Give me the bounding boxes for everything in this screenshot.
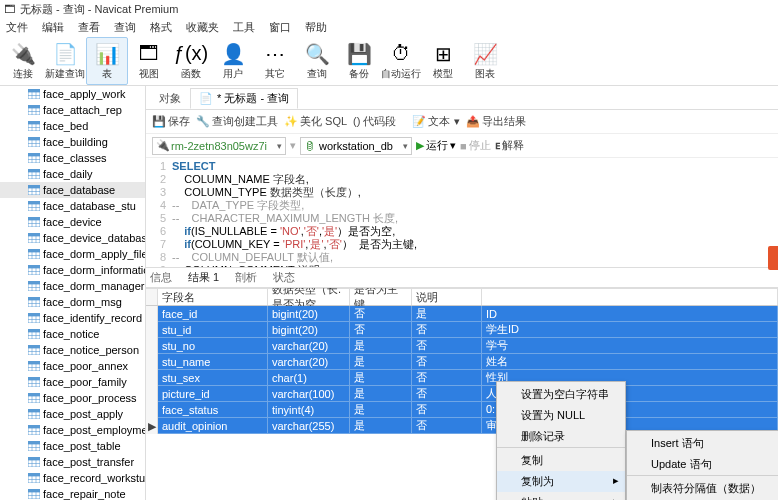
table-row[interactable]: stu_novarchar(20)是否学号: [146, 338, 778, 354]
user-button[interactable]: 👤用户: [212, 37, 254, 85]
table-icon: [28, 121, 40, 131]
table-icon: [28, 153, 40, 163]
ctx-sub-item[interactable]: 制表符分隔值（数据）: [627, 478, 778, 499]
sidebar-item-face_repair_note[interactable]: face_repair_note: [0, 486, 145, 500]
sidebar-item-face_database[interactable]: face_database: [0, 182, 145, 198]
connect-button[interactable]: 🔌连接: [2, 37, 44, 85]
sidebar-item-face_device_database[interactable]: face_device_database: [0, 230, 145, 246]
col-pk[interactable]: 说明: [412, 289, 482, 305]
tab-result1[interactable]: 结果 1: [188, 270, 219, 285]
table-row[interactable]: stu_namevarchar(20)是否姓名: [146, 354, 778, 370]
sidebar-item-face_post_employmen[interactable]: face_post_employmen: [0, 422, 145, 438]
export-button[interactable]: 📤导出结果: [466, 114, 526, 129]
sidebar-item-face_dorm_msg[interactable]: face_dorm_msg: [0, 294, 145, 310]
tab-query[interactable]: 📄* 无标题 - 查询: [190, 88, 298, 109]
sidebar-item-face_poor_annex[interactable]: face_poor_annex: [0, 358, 145, 374]
ctx-sub-item[interactable]: Update 语句: [627, 454, 778, 476]
sidebar-item-face_apply_work[interactable]: face_apply_work: [0, 86, 145, 102]
menu-file[interactable]: 文件: [6, 20, 28, 35]
sidebar-item-face_dorm_apply_file[interactable]: face_dorm_apply_file: [0, 246, 145, 262]
ctx-item[interactable]: 复制为▸: [497, 471, 625, 492]
backup-button[interactable]: 💾备份: [338, 37, 380, 85]
explain-button[interactable]: ᴇ解释: [495, 138, 524, 153]
table-button[interactable]: 📊表: [86, 37, 128, 85]
tab-object[interactable]: 对象: [150, 88, 190, 109]
ctx-item[interactable]: 删除记录: [497, 426, 625, 448]
tab-profile[interactable]: 剖析: [235, 270, 257, 285]
col-field[interactable]: 字段名: [158, 289, 268, 305]
ctx-item[interactable]: 设置为空白字符串: [497, 384, 625, 405]
table-row[interactable]: face_idbigint(20)否是ID: [146, 306, 778, 322]
side-tab[interactable]: [768, 246, 778, 270]
ctx-item[interactable]: 设置为 NULL: [497, 405, 625, 426]
view-icon: 🗔: [139, 41, 159, 67]
chart-icon: 📈: [473, 41, 498, 67]
table-row[interactable]: stu_sexchar(1)是否性别: [146, 370, 778, 386]
table-row[interactable]: stu_idbigint(20)否否学生ID: [146, 322, 778, 338]
connection-select[interactable]: 🔌rm-2zetn83n05wz7i: [152, 137, 286, 155]
col-type[interactable]: 数据类型（长.是否为空: [268, 289, 350, 305]
menu-format[interactable]: 格式: [150, 20, 172, 35]
menu-edit[interactable]: 编辑: [42, 20, 64, 35]
query-button[interactable]: 🔍查询: [296, 37, 338, 85]
menu-query[interactable]: 查询: [114, 20, 136, 35]
text-button[interactable]: 📝文本 ▾: [412, 114, 459, 129]
sidebar-item-face_notice[interactable]: face_notice: [0, 326, 145, 342]
menu-help[interactable]: 帮助: [305, 20, 327, 35]
ctx-item[interactable]: 粘贴▸: [497, 492, 625, 500]
view-button[interactable]: 🗔视图: [128, 37, 170, 85]
chart-button[interactable]: 📈图表: [464, 37, 506, 85]
tab-info[interactable]: 信息: [150, 270, 172, 285]
sidebar-item-face_notice_person[interactable]: face_notice_person: [0, 342, 145, 358]
sidebar-item-face_bed[interactable]: face_bed: [0, 118, 145, 134]
user-icon: 👤: [221, 41, 246, 67]
other-button[interactable]: ⋯其它: [254, 37, 296, 85]
run-button[interactable]: ▶运行 ▾: [416, 138, 456, 153]
ctx-item[interactable]: 复制: [497, 450, 625, 471]
result-grid: 字段名 数据类型（长.是否为空 是否为主键 说明 face_idbigint(2…: [146, 288, 778, 434]
menu-window[interactable]: 窗口: [269, 20, 291, 35]
stop-button[interactable]: ■停止: [460, 138, 491, 153]
tab-status[interactable]: 状态: [273, 270, 295, 285]
new-query-button[interactable]: 📄新建查询: [44, 37, 86, 85]
col-desc[interactable]: [482, 289, 778, 305]
table-icon: [28, 169, 40, 179]
sidebar-item-face_post_table[interactable]: face_post_table: [0, 438, 145, 454]
sql-text[interactable]: SELECT COLUMN_NAME 字段名, COLUMN_TYPE 数据类型…: [172, 158, 417, 267]
sidebar-item-face_device[interactable]: face_device: [0, 214, 145, 230]
sidebar-item-face_building[interactable]: face_building: [0, 134, 145, 150]
schema-select[interactable]: 🛢workstation_db: [300, 137, 412, 155]
sidebar-item-face_classes[interactable]: face_classes: [0, 150, 145, 166]
menu-tools[interactable]: 工具: [233, 20, 255, 35]
save-button[interactable]: 💾保存: [152, 114, 190, 129]
sidebar-item-face_dorm_manager[interactable]: face_dorm_manager: [0, 278, 145, 294]
model-button[interactable]: ⊞模型: [422, 37, 464, 85]
sidebar-item-face_database_stu[interactable]: face_database_stu: [0, 198, 145, 214]
sidebar-item-face_attach_rep[interactable]: face_attach_rep: [0, 102, 145, 118]
function-icon: ƒ(x): [174, 41, 208, 67]
menu-view[interactable]: 查看: [78, 20, 100, 35]
beautify-button[interactable]: ✨美化 SQL: [284, 114, 347, 129]
sidebar-item-face_post_transfer[interactable]: face_post_transfer: [0, 454, 145, 470]
window-title-bar: 🗔 无标题 - 查询 - Navicat Premium: [0, 0, 778, 18]
sidebar-item-face_record_workstudy[interactable]: face_record_workstudy: [0, 470, 145, 486]
query-builder-button[interactable]: 🔧查询创建工具: [196, 114, 278, 129]
sidebar-item-face_daily[interactable]: face_daily: [0, 166, 145, 182]
menu-fav[interactable]: 收藏夹: [186, 20, 219, 35]
code-snippet-button[interactable]: () 代码段: [353, 114, 396, 129]
svg-rect-75: [28, 329, 40, 332]
sidebar-item-face_identify_record[interactable]: face_identify_record: [0, 310, 145, 326]
sidebar-item-face_post_apply[interactable]: face_post_apply: [0, 406, 145, 422]
ctx-sub-item[interactable]: Insert 语句: [627, 433, 778, 454]
svg-rect-40: [28, 217, 40, 220]
table-row[interactable]: picture_idvarchar(100)是否人脸库图片ID: [146, 386, 778, 402]
sidebar-item-face_poor_family[interactable]: face_poor_family: [0, 374, 145, 390]
sql-editor[interactable]: 123456789 SELECT COLUMN_NAME 字段名, COLUMN…: [146, 158, 778, 268]
auto-button[interactable]: ⏱自动运行: [380, 37, 422, 85]
col-null[interactable]: 是否为主键: [350, 289, 412, 305]
table-row[interactable]: face_statustinyint(4)是否0: 待审核 1：已通过: [146, 402, 778, 418]
function-button[interactable]: ƒ(x)函数: [170, 37, 212, 85]
svg-rect-90: [28, 377, 40, 380]
sidebar-item-face_dorm_informatior[interactable]: face_dorm_informatior: [0, 262, 145, 278]
sidebar-item-face_poor_process[interactable]: face_poor_process: [0, 390, 145, 406]
